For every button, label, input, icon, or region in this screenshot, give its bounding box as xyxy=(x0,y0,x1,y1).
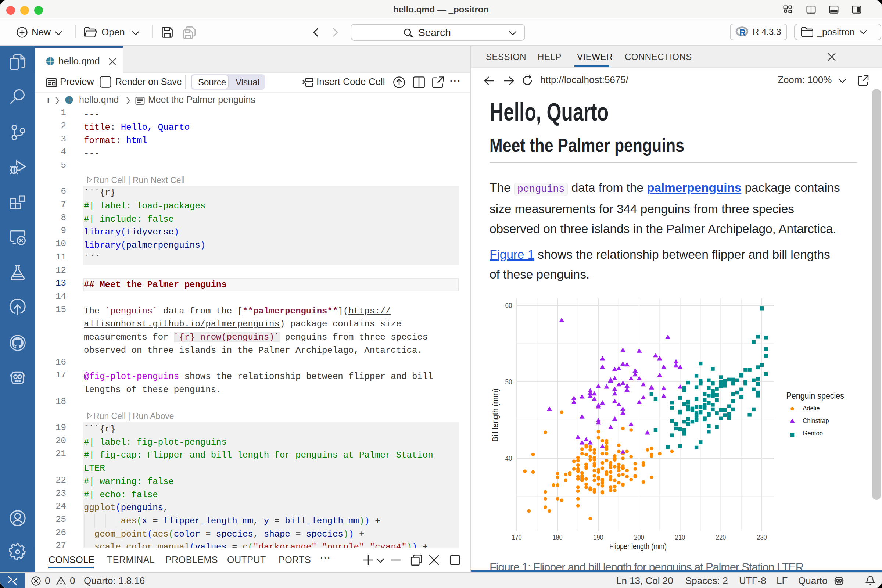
svg-text:Flipper length (mm): Flipper length (mm) xyxy=(609,542,667,551)
svg-text:60: 60 xyxy=(506,302,512,309)
svg-text:R: R xyxy=(740,28,746,38)
svg-text:220: 220 xyxy=(716,533,726,542)
svg-text:230: 230 xyxy=(757,533,767,542)
svg-text:50: 50 xyxy=(506,378,512,386)
svg-text:Chinstrap: Chinstrap xyxy=(802,417,829,424)
svg-text:Gentoo: Gentoo xyxy=(802,430,823,437)
svg-text:170: 170 xyxy=(512,533,522,542)
svg-text:190: 190 xyxy=(593,533,603,542)
svg-text:180: 180 xyxy=(552,533,562,542)
svg-text:Adelie: Adelie xyxy=(802,405,819,412)
svg-text:210: 210 xyxy=(675,533,686,542)
svg-text:Penguin species: Penguin species xyxy=(786,391,844,400)
svg-text:Bill length (mm): Bill length (mm) xyxy=(490,388,500,442)
svg-text:40: 40 xyxy=(506,454,512,462)
svg-text:200: 200 xyxy=(634,533,644,542)
